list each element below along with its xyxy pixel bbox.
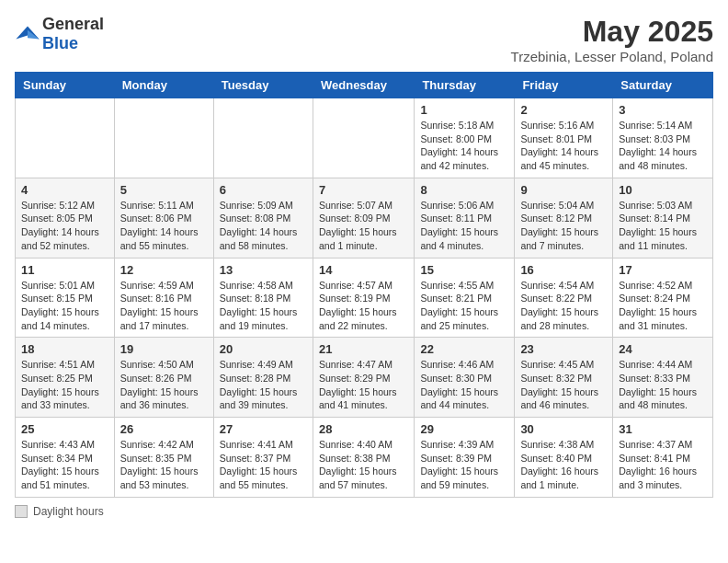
calendar-cell: 20Sunrise: 4:49 AM Sunset: 8:28 PM Dayli… [213, 338, 313, 418]
day-info: Sunrise: 5:09 AM Sunset: 8:08 PM Dayligh… [220, 199, 307, 253]
calendar-cell: 25Sunrise: 4:43 AM Sunset: 8:34 PM Dayli… [16, 418, 115, 498]
calendar-cell: 30Sunrise: 4:38 AM Sunset: 8:40 PM Dayli… [515, 418, 613, 498]
day-info: Sunrise: 5:12 AM Sunset: 8:05 PM Dayligh… [21, 199, 108, 253]
calendar-cell: 3Sunrise: 5:14 AM Sunset: 8:03 PM Daylig… [613, 98, 713, 178]
day-number: 4 [21, 183, 108, 197]
day-number: 5 [120, 183, 208, 197]
day-number: 17 [619, 263, 707, 277]
legend-box [15, 505, 28, 518]
col-header-sunday: Sunday [16, 73, 115, 98]
day-number: 31 [619, 422, 707, 436]
day-info: Sunrise: 4:57 AM Sunset: 8:19 PM Dayligh… [319, 279, 408, 333]
calendar-cell: 24Sunrise: 4:44 AM Sunset: 8:33 PM Dayli… [613, 338, 713, 418]
calendar-cell: 23Sunrise: 4:45 AM Sunset: 8:32 PM Dayli… [515, 338, 613, 418]
calendar-cell: 13Sunrise: 4:58 AM Sunset: 8:18 PM Dayli… [213, 258, 313, 338]
calendar-cell: 9Sunrise: 5:04 AM Sunset: 8:12 PM Daylig… [515, 178, 613, 258]
calendar-cell: 5Sunrise: 5:11 AM Sunset: 8:06 PM Daylig… [114, 178, 213, 258]
day-info: Sunrise: 4:40 AM Sunset: 8:38 PM Dayligh… [319, 438, 408, 492]
col-header-friday: Friday [515, 73, 613, 98]
day-info: Sunrise: 4:59 AM Sunset: 8:16 PM Dayligh… [120, 279, 208, 333]
day-info: Sunrise: 4:45 AM Sunset: 8:32 PM Dayligh… [520, 358, 607, 412]
logo-icon [15, 21, 40, 47]
day-number: 19 [120, 342, 208, 356]
calendar-cell: 14Sunrise: 4:57 AM Sunset: 8:19 PM Dayli… [313, 258, 414, 338]
day-info: Sunrise: 4:46 AM Sunset: 8:30 PM Dayligh… [420, 358, 508, 412]
day-number: 12 [120, 263, 208, 277]
day-info: Sunrise: 4:52 AM Sunset: 8:24 PM Dayligh… [619, 279, 707, 333]
calendar-cell [114, 98, 213, 178]
calendar-cell: 18Sunrise: 4:51 AM Sunset: 8:25 PM Dayli… [16, 338, 115, 418]
calendar-cell: 31Sunrise: 4:37 AM Sunset: 8:41 PM Dayli… [613, 418, 713, 498]
day-number: 27 [220, 422, 307, 436]
day-number: 24 [619, 342, 707, 356]
day-info: Sunrise: 4:44 AM Sunset: 8:33 PM Dayligh… [619, 358, 707, 412]
day-number: 14 [319, 263, 408, 277]
day-info: Sunrise: 5:06 AM Sunset: 8:11 PM Dayligh… [420, 199, 508, 253]
day-info: Sunrise: 4:41 AM Sunset: 8:37 PM Dayligh… [220, 438, 307, 492]
day-info: Sunrise: 4:43 AM Sunset: 8:34 PM Dayligh… [21, 438, 108, 492]
day-info: Sunrise: 4:50 AM Sunset: 8:26 PM Dayligh… [120, 358, 208, 412]
calendar-subtitle: Trzebinia, Lesser Poland, Poland [511, 49, 713, 64]
calendar-cell: 28Sunrise: 4:40 AM Sunset: 8:38 PM Dayli… [313, 418, 414, 498]
day-number: 2 [520, 103, 607, 117]
calendar-cell: 11Sunrise: 5:01 AM Sunset: 8:15 PM Dayli… [16, 258, 115, 338]
day-number: 15 [420, 263, 508, 277]
calendar-cell [16, 98, 115, 178]
calendar-week-3: 11Sunrise: 5:01 AM Sunset: 8:15 PM Dayli… [16, 258, 713, 338]
day-info: Sunrise: 4:49 AM Sunset: 8:28 PM Dayligh… [220, 358, 307, 412]
calendar-cell: 26Sunrise: 4:42 AM Sunset: 8:35 PM Dayli… [114, 418, 213, 498]
day-number: 18 [21, 342, 108, 356]
day-number: 22 [420, 342, 508, 356]
calendar-cell: 19Sunrise: 4:50 AM Sunset: 8:26 PM Dayli… [114, 338, 213, 418]
calendar-cell: 27Sunrise: 4:41 AM Sunset: 8:37 PM Dayli… [213, 418, 313, 498]
day-number: 11 [21, 263, 108, 277]
calendar-header-row: SundayMondayTuesdayWednesdayThursdayFrid… [16, 73, 713, 98]
day-info: Sunrise: 4:55 AM Sunset: 8:21 PM Dayligh… [420, 279, 508, 333]
day-info: Sunrise: 5:14 AM Sunset: 8:03 PM Dayligh… [619, 119, 707, 173]
day-number: 3 [619, 103, 707, 117]
day-info: Sunrise: 4:42 AM Sunset: 8:35 PM Dayligh… [120, 438, 208, 492]
logo-text: General Blue [42, 15, 104, 53]
logo-blue: Blue [42, 34, 78, 52]
day-info: Sunrise: 5:01 AM Sunset: 8:15 PM Dayligh… [21, 279, 108, 333]
day-number: 16 [520, 263, 607, 277]
day-number: 23 [520, 342, 607, 356]
day-info: Sunrise: 5:18 AM Sunset: 8:00 PM Dayligh… [420, 119, 508, 173]
day-info: Sunrise: 5:16 AM Sunset: 8:01 PM Dayligh… [520, 119, 607, 173]
day-number: 1 [420, 103, 508, 117]
day-info: Sunrise: 4:39 AM Sunset: 8:39 PM Dayligh… [420, 438, 508, 492]
col-header-monday: Monday [114, 73, 213, 98]
calendar-week-4: 18Sunrise: 4:51 AM Sunset: 8:25 PM Dayli… [16, 338, 713, 418]
calendar-footer: Daylight hours [15, 505, 713, 518]
title-section: May 2025 Trzebinia, Lesser Poland, Polan… [511, 15, 713, 64]
day-number: 6 [220, 183, 307, 197]
calendar-cell: 17Sunrise: 4:52 AM Sunset: 8:24 PM Dayli… [613, 258, 713, 338]
day-info: Sunrise: 5:07 AM Sunset: 8:09 PM Dayligh… [319, 199, 408, 253]
logo: General Blue [15, 15, 104, 53]
day-info: Sunrise: 5:04 AM Sunset: 8:12 PM Dayligh… [520, 199, 607, 253]
day-number: 7 [319, 183, 408, 197]
calendar-cell: 29Sunrise: 4:39 AM Sunset: 8:39 PM Dayli… [415, 418, 515, 498]
day-number: 25 [21, 422, 108, 436]
calendar-cell: 22Sunrise: 4:46 AM Sunset: 8:30 PM Dayli… [415, 338, 515, 418]
calendar-cell: 8Sunrise: 5:06 AM Sunset: 8:11 PM Daylig… [415, 178, 515, 258]
day-number: 21 [319, 342, 408, 356]
day-number: 26 [120, 422, 208, 436]
calendar-week-5: 25Sunrise: 4:43 AM Sunset: 8:34 PM Dayli… [16, 418, 713, 498]
day-number: 13 [220, 263, 307, 277]
col-header-saturday: Saturday [613, 73, 713, 98]
day-info: Sunrise: 5:11 AM Sunset: 8:06 PM Dayligh… [120, 199, 208, 253]
calendar-cell: 15Sunrise: 4:55 AM Sunset: 8:21 PM Dayli… [415, 258, 515, 338]
calendar-title: May 2025 [511, 15, 713, 49]
logo-general: General [42, 15, 104, 33]
day-info: Sunrise: 4:38 AM Sunset: 8:40 PM Dayligh… [520, 438, 607, 492]
day-number: 20 [220, 342, 307, 356]
day-info: Sunrise: 4:51 AM Sunset: 8:25 PM Dayligh… [21, 358, 108, 412]
legend-label: Daylight hours [33, 505, 104, 518]
col-header-wednesday: Wednesday [313, 73, 414, 98]
day-number: 9 [520, 183, 607, 197]
day-info: Sunrise: 4:58 AM Sunset: 8:18 PM Dayligh… [220, 279, 307, 333]
calendar-week-1: 1Sunrise: 5:18 AM Sunset: 8:00 PM Daylig… [16, 98, 713, 178]
page-header: General Blue May 2025 Trzebinia, Lesser … [15, 15, 713, 64]
calendar-table: SundayMondayTuesdayWednesdayThursdayFrid… [15, 72, 713, 498]
